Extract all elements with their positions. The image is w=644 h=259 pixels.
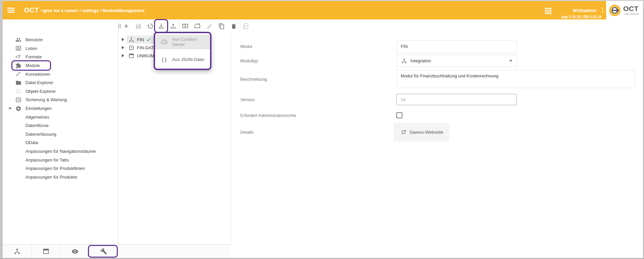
sidebar-item-anpassungen-tabs[interactable]: Anpassungen für Tabs [3, 155, 118, 164]
sidebar-item-anpassungen-produkte[interactable]: Anpassungen für Produkte [3, 173, 118, 182]
dot-grid-icon [15, 88, 21, 94]
field-label: Modul [240, 44, 396, 49]
save-button[interactable] [134, 21, 143, 31]
form-row-modultyp: Modultyp Integration [240, 55, 643, 67]
menu-item-aus-json-datei[interactable]: { } Aus JSON-Datei [155, 52, 210, 67]
version-input[interactable] [396, 94, 517, 105]
sidebar-item-odata[interactable]: OData [3, 138, 118, 147]
apps-grid-icon[interactable] [545, 8, 552, 14]
logo-text: OCT [623, 5, 639, 12]
restore-history-button[interactable] [146, 21, 155, 31]
tab-hierarchy[interactable] [3, 245, 32, 258]
save-icon [135, 23, 142, 29]
edit-button[interactable] [205, 21, 214, 31]
sidebar-nav: Benutzer Listen TT Formate Module Konnek… [3, 33, 118, 244]
expander-right-icon[interactable] [122, 38, 124, 41]
logo-tagline: one cool tool [623, 13, 639, 15]
restore-history-icon [147, 23, 154, 29]
sidebar-item-einstellungen[interactable]: Einstellungen [3, 104, 118, 113]
tab-window[interactable] [32, 245, 60, 258]
copy-icon [218, 23, 225, 29]
tab-tools[interactable] [90, 245, 118, 258]
chevron-down-icon [509, 60, 512, 62]
sidebar-item-label: Listen [26, 46, 37, 51]
window-border [0, 0, 644, 1]
saxess-webseite-button[interactable]: Saxess-Webseite [394, 123, 449, 141]
tree-item-label: FIN [137, 37, 144, 42]
export-x-screen-button[interactable] [193, 21, 202, 31]
module-detail-form: Modul Modultyp Integration Beschreibung … [231, 33, 643, 258]
menu-icon[interactable] [7, 7, 15, 14]
app-title: OCT [24, 6, 39, 14]
sidebar-item-label: Sicherung & Wartung [26, 97, 67, 102]
expander-right-icon[interactable] [122, 46, 124, 49]
sidebar-item-allgemeines[interactable]: Allgemeines [3, 113, 118, 121]
external-link-icon [401, 130, 406, 135]
json-braces-icon: { } [160, 57, 168, 62]
window-icon [43, 248, 49, 255]
expander-down-icon[interactable] [8, 108, 12, 110]
sidebar-item-listen[interactable]: Listen [3, 44, 118, 53]
expander-right-icon[interactable] [122, 54, 124, 57]
sidebar-item-label: Objekt-Explorer [26, 89, 56, 94]
tab-preview[interactable] [61, 245, 90, 258]
integration-icon [401, 58, 407, 64]
sidebar-item-objekt-explorer[interactable]: Objekt-Explorer [3, 87, 118, 96]
backup-icon [15, 97, 21, 103]
report-document-icon [243, 23, 249, 29]
beschreibung-textarea[interactable]: Modul für Finanzbuchhaltung und Kostenre… [396, 70, 635, 88]
bottom-tabs [3, 245, 118, 258]
kebab-menu-icon[interactable]: ⋮ [600, 7, 605, 14]
selected-option: Integration [410, 58, 431, 63]
delete-trash-icon [231, 23, 237, 29]
download-import-icon [158, 23, 164, 29]
sidebar-item-anpassungen-navigationsbaeume[interactable]: Anpassungen für Navigationsbäume [3, 147, 118, 156]
field-label: Details [240, 130, 396, 135]
svg-text:T: T [15, 55, 17, 59]
import-dropdown-menu: Von Content-Server { } Aus JSON-Datei [154, 32, 211, 70]
sidebar-item-anpassungen-produktlinien[interactable]: Anpassungen für Produktlinien [3, 164, 118, 173]
sidebar-item-datenfluesse[interactable]: Datenflüsse [3, 121, 118, 130]
menu-item-von-content-server[interactable]: Von Content-Server [155, 35, 210, 49]
download-import-button[interactable] [156, 21, 166, 31]
upload-export-button[interactable] [168, 21, 178, 31]
sidebar-item-label: Anpassungen für Navigationsbäume [26, 149, 96, 154]
delete-button[interactable] [229, 21, 238, 31]
form-row-adminrechte: Erfordert Administratorrechte [240, 112, 643, 118]
sidebar-item-label: Datei-Explorer [26, 80, 53, 85]
modul-input[interactable] [396, 40, 517, 53]
adminrechte-checkbox[interactable] [396, 112, 402, 118]
sidebar-item-module[interactable]: Module [3, 61, 118, 70]
field-label: Modultyp [240, 58, 396, 63]
oct-logo-icon [608, 4, 622, 17]
import-screen-button[interactable] [181, 21, 190, 31]
form-row-modul: Modul [240, 40, 643, 53]
list-icon [15, 45, 21, 51]
import-box-icon [129, 45, 134, 51]
export-x-screen-icon [194, 23, 201, 29]
copy-button[interactable] [217, 21, 226, 31]
sidebar-item-label: Benutzer [26, 37, 43, 42]
sidebar-item-formate[interactable]: TT Formate [3, 53, 118, 61]
report-document-button[interactable] [241, 21, 251, 31]
sidebar-item-sicherung-wartung[interactable]: Sicherung & Wartung [3, 95, 118, 104]
toolbar-separator [240, 21, 240, 31]
breadcrumb: <give me a name> / settings / ModuleMana… [41, 8, 144, 13]
users-icon [15, 37, 21, 43]
user-name[interactable]: W10\admin [570, 8, 597, 13]
menu-item-label: Von Content-Server [172, 37, 210, 47]
connector-route-icon [15, 71, 21, 77]
window-border [0, 0, 3, 259]
eye-icon [71, 248, 79, 255]
check-icon [146, 37, 151, 42]
add-button[interactable] [121, 21, 131, 31]
logo-panel: OCT one cool tool [606, 1, 643, 19]
sidebar-item-benutzer[interactable]: Benutzer [3, 36, 118, 44]
modultyp-select[interactable]: Integration [396, 55, 517, 67]
sidebar-item-datenerfassung[interactable]: Datenerfassung [3, 130, 118, 139]
puzzle-icon [15, 63, 21, 69]
sidebar-item-datei-explorer[interactable]: Datei-Explorer [3, 78, 118, 87]
sidebar-item-label: Formate [26, 54, 42, 59]
integration-icon [129, 37, 134, 43]
sidebar-item-konnektoren[interactable]: Konnektoren [3, 70, 118, 78]
